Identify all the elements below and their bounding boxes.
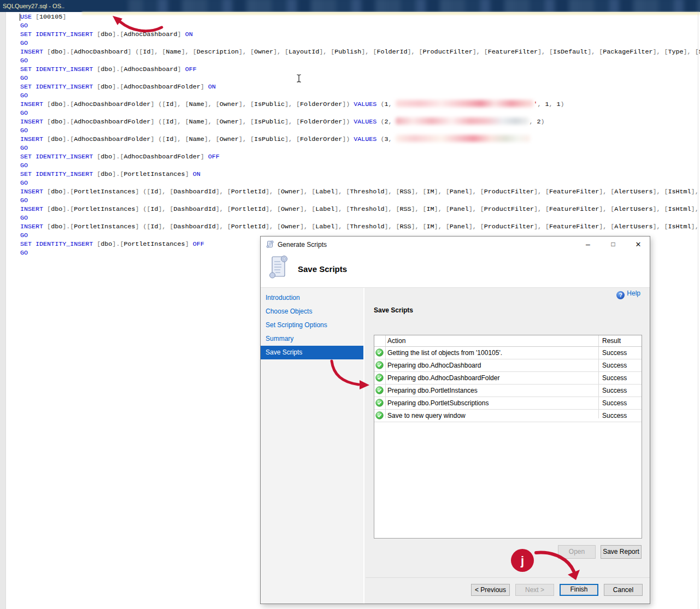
action-cell: Preparing dbo.PortletInstances xyxy=(387,385,478,397)
result-row[interactable]: Getting the list of objects from '100105… xyxy=(374,347,642,359)
scroll-icon-large xyxy=(267,253,291,283)
footer-divider xyxy=(366,577,650,578)
result-cell: Success xyxy=(602,410,627,422)
success-check-icon xyxy=(375,374,384,383)
sql-code-line: SET IDENTITY_INSERT [dbo].[AdhocDashboar… xyxy=(20,30,700,39)
cancel-button[interactable]: Cancel xyxy=(604,584,643,596)
result-row[interactable]: Save to new query windowSuccess xyxy=(374,410,642,422)
sql-code-line: GO xyxy=(20,144,700,152)
result-row[interactable]: Preparing dbo.AdhocDashboardSuccess xyxy=(374,359,642,372)
sql-code-line: INSERT [dbo].[PortletInstances] ([Id], [… xyxy=(20,222,700,231)
open-button[interactable]: Open xyxy=(558,545,596,559)
dialog-content: ?Help Save Scripts Action Result Getting… xyxy=(366,288,650,604)
sql-code-line: INSERT [dbo].[AdhocDashboardFolder] ([Id… xyxy=(20,135,700,144)
sql-code-line: GO xyxy=(20,179,700,187)
section-title: Save Scripts xyxy=(374,306,413,314)
sql-code-line: GO xyxy=(20,91,700,100)
action-cell: Getting the list of objects from '100105… xyxy=(387,347,502,359)
sql-code-line: SET IDENTITY_INSERT [dbo].[PortletInstan… xyxy=(20,170,700,179)
help-link[interactable]: ?Help xyxy=(616,289,640,298)
results-table: Action Result Getting the list of object… xyxy=(374,335,642,539)
result-cell: Success xyxy=(602,385,627,397)
sql-code-line: INSERT [dbo].[PortletInstances] ([Id], [… xyxy=(20,187,700,196)
sidebar-item-save-scripts[interactable]: Save Scripts xyxy=(261,346,363,359)
table-header: Action Result xyxy=(374,335,642,347)
ssms-title-bar: SQLQuery27.sql - OS.. xyxy=(0,0,700,12)
sql-code-line: GO xyxy=(20,214,700,222)
sql-code-line: GO xyxy=(20,56,700,65)
previous-button[interactable]: < Previous xyxy=(471,584,510,596)
next-button[interactable]: Next > xyxy=(515,584,554,596)
sql-code-line: INSERT [dbo].[AdhocDashboardFolder] ([Id… xyxy=(20,100,700,109)
blurred-titlebar-region xyxy=(128,0,700,12)
scroll-icon-small xyxy=(266,240,274,251)
sql-code-line: GO xyxy=(20,74,700,82)
action-cell: Save to new query window xyxy=(387,410,466,422)
success-check-icon xyxy=(375,411,384,421)
sql-code-line: INSERT [dbo].[AdhocDashboardFolder] ([Id… xyxy=(20,117,700,126)
result-row[interactable]: Preparing dbo.AdhocDashboardFolderSucces… xyxy=(374,372,642,385)
save-report-button[interactable]: Save Report xyxy=(601,545,642,559)
result-cell: Success xyxy=(602,347,627,359)
sidebar-item-summary[interactable]: Summary xyxy=(261,332,363,346)
sql-code-line: INSERT [dbo].[AdhocDashboard] ([Id], [Na… xyxy=(20,48,700,56)
success-check-icon xyxy=(375,386,384,396)
result-cell: Success xyxy=(602,359,627,371)
wizard-steps-sidebar: IntroductionChoose ObjectsSet Scripting … xyxy=(261,288,364,604)
minimize-button[interactable]: – xyxy=(579,236,597,252)
help-label: Help xyxy=(627,289,640,297)
action-cell: Preparing dbo.PortletSubscriptions xyxy=(387,397,489,409)
dialog-titlebar[interactable]: Generate Scripts – □ ✕ xyxy=(261,236,650,252)
close-button[interactable]: ✕ xyxy=(629,236,648,252)
success-check-icon xyxy=(375,361,384,371)
sql-code-line: SET IDENTITY_INSERT [dbo].[AdhocDashboar… xyxy=(20,82,700,91)
help-icon: ? xyxy=(616,291,625,299)
result-cell: Success xyxy=(602,372,627,384)
sql-code-line: GO xyxy=(20,21,700,30)
maximize-button[interactable]: □ xyxy=(604,236,622,252)
sql-code-line: GO xyxy=(20,109,700,117)
generate-scripts-dialog: Generate Scripts – □ ✕ Save Scripts Intr… xyxy=(260,236,650,604)
action-cell: Preparing dbo.AdhocDashboard xyxy=(387,359,481,371)
sql-code-line: GO xyxy=(20,196,700,205)
blurred-titlebar-highlight xyxy=(60,0,148,12)
editor-tab[interactable]: SQLQuery27.sql - OS.. xyxy=(0,0,64,12)
sql-code-line: SET IDENTITY_INSERT [dbo].[AdhocDashboar… xyxy=(20,152,700,161)
sql-code-line: GO xyxy=(20,126,700,135)
redacted-value xyxy=(396,117,529,125)
dialog-header: Save Scripts xyxy=(261,252,650,288)
sidebar-item-choose-objects[interactable]: Choose Objects xyxy=(261,305,363,318)
finish-button[interactable]: Finish xyxy=(560,584,598,596)
sql-code-line: GO xyxy=(20,39,700,48)
sql-code-line: SET IDENTITY_INSERT [dbo].[AdhocDashboar… xyxy=(20,65,700,74)
result-row[interactable]: Preparing dbo.PortletSubscriptionsSucces… xyxy=(374,397,642,410)
result-row[interactable]: Preparing dbo.PortletInstancesSuccess xyxy=(374,385,642,397)
sidebar-item-set-scripting-options[interactable]: Set Scripting Options xyxy=(261,318,363,332)
success-check-icon xyxy=(375,399,384,409)
action-cell: Preparing dbo.AdhocDashboardFolder xyxy=(387,372,499,384)
dialog-title: Generate Scripts xyxy=(278,241,327,249)
sql-code-editor[interactable]: USE [100105]GOSET IDENTITY_INSERT [dbo].… xyxy=(20,13,700,264)
redacted-value xyxy=(396,135,530,142)
sql-code-line: USE [100105] xyxy=(20,13,700,21)
column-header-action: Action xyxy=(387,337,405,345)
sql-code-line: GO xyxy=(20,161,700,170)
sql-code-line: INSERT [dbo].[PortletInstances] ([Id], [… xyxy=(20,205,700,214)
success-check-icon xyxy=(375,348,384,358)
result-cell: Success xyxy=(602,397,627,409)
dialog-heading: Save Scripts xyxy=(298,264,347,274)
sidebar-item-introduction[interactable]: Introduction xyxy=(261,291,363,305)
editor-gutter xyxy=(0,12,6,609)
redacted-value xyxy=(396,100,533,107)
column-header-result: Result xyxy=(602,337,621,345)
